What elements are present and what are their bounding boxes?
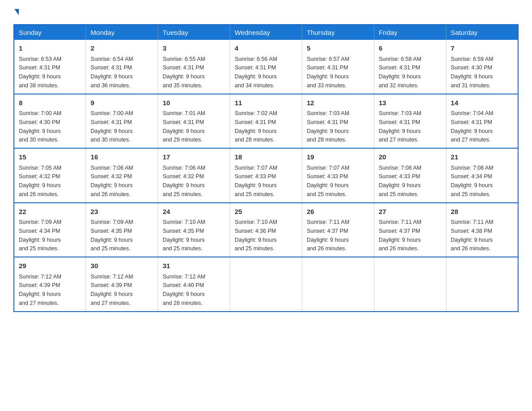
day-info: Sunrise: 7:11 AM Sunset: 4:38 PM Dayligh…	[451, 219, 493, 252]
day-cell-30: 30 Sunrise: 7:12 AM Sunset: 4:39 PM Dayl…	[86, 257, 158, 312]
empty-cell	[302, 257, 374, 312]
day-cell-28: 28 Sunrise: 7:11 AM Sunset: 4:38 PM Dayl…	[446, 203, 518, 257]
week-row-5: 29 Sunrise: 7:12 AM Sunset: 4:39 PM Dayl…	[14, 257, 518, 312]
day-cell-21: 21 Sunrise: 7:08 AM Sunset: 4:34 PM Dayl…	[446, 148, 518, 203]
day-cell-19: 19 Sunrise: 7:07 AM Sunset: 4:33 PM Dayl…	[302, 148, 374, 203]
day-number: 22	[19, 207, 81, 217]
day-info: Sunrise: 7:11 AM Sunset: 4:37 PM Dayligh…	[307, 219, 349, 252]
empty-cell	[446, 257, 518, 312]
day-number: 18	[235, 152, 297, 163]
logo	[13, 9, 19, 16]
page-header	[13, 9, 519, 16]
day-cell-15: 15 Sunrise: 7:05 AM Sunset: 4:32 PM Dayl…	[14, 148, 86, 203]
logo-triangle-icon	[14, 9, 19, 15]
day-cell-13: 13 Sunrise: 7:03 AM Sunset: 4:31 PM Dayl…	[374, 94, 446, 149]
day-info: Sunrise: 7:07 AM Sunset: 4:33 PM Dayligh…	[235, 165, 277, 197]
day-cell-11: 11 Sunrise: 7:02 AM Sunset: 4:31 PM Dayl…	[230, 94, 302, 149]
day-cell-16: 16 Sunrise: 7:06 AM Sunset: 4:32 PM Dayl…	[86, 148, 158, 203]
day-cell-17: 17 Sunrise: 7:06 AM Sunset: 4:32 PM Dayl…	[158, 148, 230, 203]
day-cell-3: 3 Sunrise: 6:55 AM Sunset: 4:31 PM Dayli…	[158, 40, 230, 94]
day-cell-2: 2 Sunrise: 6:54 AM Sunset: 4:31 PM Dayli…	[86, 40, 158, 94]
day-info: Sunrise: 7:08 AM Sunset: 4:34 PM Dayligh…	[451, 165, 493, 197]
day-number: 24	[163, 207, 225, 217]
day-cell-31: 31 Sunrise: 7:12 AM Sunset: 4:40 PM Dayl…	[158, 257, 230, 312]
weekday-header-row: SundayMondayTuesdayWednesdayThursdayFrid…	[14, 25, 518, 40]
weekday-header-thursday: Thursday	[302, 25, 374, 40]
week-row-1: 1 Sunrise: 6:53 AM Sunset: 4:31 PM Dayli…	[14, 40, 518, 94]
day-number: 9	[90, 98, 153, 108]
day-info: Sunrise: 6:59 AM Sunset: 4:30 PM Dayligh…	[451, 56, 493, 89]
logo-blue	[13, 9, 19, 16]
day-number: 20	[379, 152, 442, 163]
day-number: 30	[90, 261, 153, 271]
day-cell-12: 12 Sunrise: 7:03 AM Sunset: 4:31 PM Dayl…	[302, 94, 374, 149]
day-info: Sunrise: 7:06 AM Sunset: 4:32 PM Dayligh…	[90, 165, 133, 197]
day-number: 25	[235, 207, 297, 217]
day-number: 2	[90, 43, 153, 54]
week-row-3: 15 Sunrise: 7:05 AM Sunset: 4:32 PM Dayl…	[14, 148, 518, 203]
day-info: Sunrise: 7:10 AM Sunset: 4:36 PM Dayligh…	[235, 219, 277, 252]
day-info: Sunrise: 7:03 AM Sunset: 4:31 PM Dayligh…	[307, 110, 349, 143]
day-info: Sunrise: 7:12 AM Sunset: 4:39 PM Dayligh…	[90, 274, 133, 306]
day-info: Sunrise: 6:58 AM Sunset: 4:31 PM Dayligh…	[379, 56, 421, 89]
day-number: 15	[19, 152, 81, 163]
day-cell-9: 9 Sunrise: 7:00 AM Sunset: 4:31 PM Dayli…	[86, 94, 158, 149]
weekday-header-wednesday: Wednesday	[230, 25, 302, 40]
day-cell-5: 5 Sunrise: 6:57 AM Sunset: 4:31 PM Dayli…	[302, 40, 374, 94]
day-cell-20: 20 Sunrise: 7:08 AM Sunset: 4:33 PM Dayl…	[374, 148, 446, 203]
day-cell-23: 23 Sunrise: 7:09 AM Sunset: 4:35 PM Dayl…	[86, 203, 158, 257]
day-cell-22: 22 Sunrise: 7:09 AM Sunset: 4:34 PM Dayl…	[14, 203, 86, 257]
day-info: Sunrise: 6:53 AM Sunset: 4:31 PM Dayligh…	[19, 56, 61, 89]
calendar-table: SundayMondayTuesdayWednesdayThursdayFrid…	[13, 24, 519, 312]
weekday-header-friday: Friday	[374, 25, 446, 40]
day-number: 21	[451, 152, 513, 163]
day-number: 7	[451, 43, 513, 54]
day-number: 23	[90, 207, 153, 217]
day-info: Sunrise: 7:01 AM Sunset: 4:31 PM Dayligh…	[163, 110, 205, 143]
day-info: Sunrise: 7:02 AM Sunset: 4:31 PM Dayligh…	[235, 110, 277, 143]
weekday-header-tuesday: Tuesday	[158, 25, 230, 40]
day-info: Sunrise: 7:12 AM Sunset: 4:40 PM Dayligh…	[163, 274, 205, 306]
day-info: Sunrise: 7:09 AM Sunset: 4:35 PM Dayligh…	[90, 219, 133, 252]
week-row-4: 22 Sunrise: 7:09 AM Sunset: 4:34 PM Dayl…	[14, 203, 518, 257]
day-info: Sunrise: 7:00 AM Sunset: 4:30 PM Dayligh…	[19, 110, 61, 143]
day-cell-4: 4 Sunrise: 6:56 AM Sunset: 4:31 PM Dayli…	[230, 40, 302, 94]
week-row-2: 8 Sunrise: 7:00 AM Sunset: 4:30 PM Dayli…	[14, 94, 518, 149]
weekday-header-sunday: Sunday	[14, 25, 86, 40]
day-number: 19	[307, 152, 369, 163]
day-number: 26	[307, 207, 369, 217]
day-info: Sunrise: 7:03 AM Sunset: 4:31 PM Dayligh…	[379, 110, 421, 143]
day-cell-29: 29 Sunrise: 7:12 AM Sunset: 4:39 PM Dayl…	[14, 257, 86, 312]
day-number: 1	[19, 43, 81, 54]
day-cell-10: 10 Sunrise: 7:01 AM Sunset: 4:31 PM Dayl…	[158, 94, 230, 149]
day-info: Sunrise: 7:07 AM Sunset: 4:33 PM Dayligh…	[307, 165, 349, 197]
day-number: 6	[379, 43, 442, 54]
day-info: Sunrise: 7:10 AM Sunset: 4:35 PM Dayligh…	[163, 219, 205, 252]
day-cell-26: 26 Sunrise: 7:11 AM Sunset: 4:37 PM Dayl…	[302, 203, 374, 257]
day-cell-1: 1 Sunrise: 6:53 AM Sunset: 4:31 PM Dayli…	[14, 40, 86, 94]
day-info: Sunrise: 6:57 AM Sunset: 4:31 PM Dayligh…	[307, 56, 349, 89]
day-number: 31	[163, 261, 225, 271]
day-info: Sunrise: 6:54 AM Sunset: 4:31 PM Dayligh…	[90, 56, 133, 89]
day-number: 12	[307, 98, 369, 108]
day-cell-18: 18 Sunrise: 7:07 AM Sunset: 4:33 PM Dayl…	[230, 148, 302, 203]
day-cell-7: 7 Sunrise: 6:59 AM Sunset: 4:30 PM Dayli…	[446, 40, 518, 94]
day-number: 29	[19, 261, 81, 271]
day-number: 13	[379, 98, 442, 108]
day-info: Sunrise: 6:56 AM Sunset: 4:31 PM Dayligh…	[235, 56, 277, 89]
day-number: 28	[451, 207, 513, 217]
day-info: Sunrise: 7:05 AM Sunset: 4:32 PM Dayligh…	[19, 165, 61, 197]
day-cell-8: 8 Sunrise: 7:00 AM Sunset: 4:30 PM Dayli…	[14, 94, 86, 149]
day-cell-6: 6 Sunrise: 6:58 AM Sunset: 4:31 PM Dayli…	[374, 40, 446, 94]
day-cell-14: 14 Sunrise: 7:04 AM Sunset: 4:31 PM Dayl…	[446, 94, 518, 149]
day-number: 27	[379, 207, 442, 217]
day-info: Sunrise: 7:12 AM Sunset: 4:39 PM Dayligh…	[19, 274, 61, 306]
weekday-header-saturday: Saturday	[446, 25, 518, 40]
day-info: Sunrise: 6:55 AM Sunset: 4:31 PM Dayligh…	[163, 56, 205, 89]
day-cell-27: 27 Sunrise: 7:11 AM Sunset: 4:37 PM Dayl…	[374, 203, 446, 257]
empty-cell	[230, 257, 302, 312]
day-cell-24: 24 Sunrise: 7:10 AM Sunset: 4:35 PM Dayl…	[158, 203, 230, 257]
day-info: Sunrise: 7:00 AM Sunset: 4:31 PM Dayligh…	[90, 110, 133, 143]
day-info: Sunrise: 7:11 AM Sunset: 4:37 PM Dayligh…	[379, 219, 421, 252]
day-number: 17	[163, 152, 225, 163]
